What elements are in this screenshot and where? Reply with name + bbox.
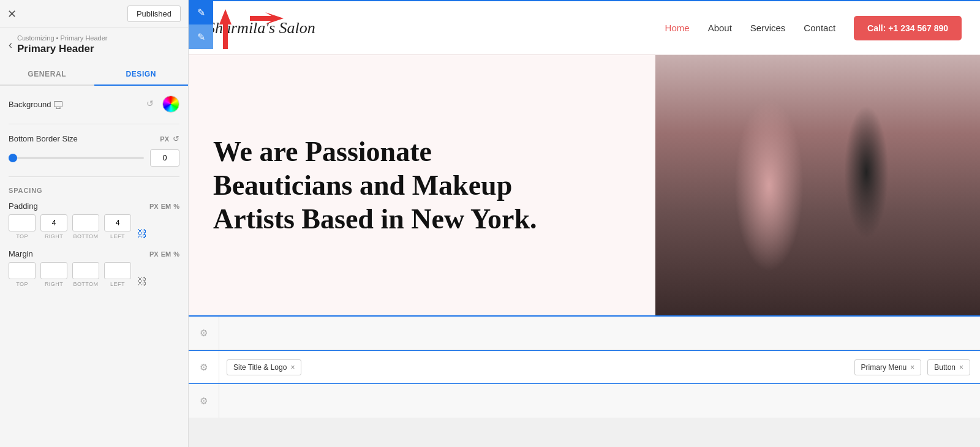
padding-inputs: TOP 4 RIGHT BOTTOM 4 LEFT ⛓	[9, 214, 179, 239]
left-panel: ✕ Published ‹ Customizing • Primary Head…	[0, 0, 189, 447]
margin-left-label: LEFT	[110, 281, 125, 287]
button-block-remove[interactable]: ×	[959, 364, 963, 371]
svg-point-6	[864, 74, 926, 143]
margin-percent-btn[interactable]: %	[173, 250, 179, 258]
border-slider[interactable]	[9, 157, 144, 159]
site-title-logo-block[interactable]: Site Title & Logo ×	[227, 359, 301, 375]
padding-top-label: TOP	[16, 233, 28, 239]
padding-top-cell: TOP	[9, 214, 36, 239]
row-2-right-content: Primary Menu × Button ×	[602, 359, 980, 375]
svg-rect-2	[655, 55, 980, 315]
builder-row-2: ⚙ Site Title & Logo × Primary Menu × But…	[189, 350, 980, 384]
padding-unit-group: PX EM %	[149, 203, 179, 210]
builder-row-3: ⚙	[189, 384, 980, 418]
nav-about[interactable]: About	[708, 23, 732, 33]
primary-menu-remove[interactable]: ×	[910, 364, 914, 371]
divider-1	[9, 124, 179, 124]
padding-bottom-label: BOTTOM	[73, 233, 98, 239]
tab-design[interactable]: DESIGN	[94, 64, 189, 86]
site-title-logo-remove[interactable]: ×	[290, 364, 295, 371]
button-block-label: Button	[934, 363, 956, 372]
margin-bottom-label: BOTTOM	[73, 281, 98, 287]
hero-heading: We are Passionate Beauticians and Makeup…	[213, 135, 568, 236]
monitor-icon	[54, 101, 62, 107]
padding-em-btn[interactable]: EM	[161, 203, 172, 210]
margin-left-input[interactable]	[104, 262, 131, 279]
margin-top-label: TOP	[16, 281, 28, 287]
site-logo: Sharmila's Salon	[207, 19, 315, 37]
padding-right-cell: 4 RIGHT	[40, 214, 67, 239]
builder-area: ⚙ ⚙ Site Title & Logo × Primary Menu ×	[189, 315, 980, 447]
margin-top-cell: TOP	[9, 262, 36, 287]
svg-point-4	[712, 75, 777, 149]
background-label: Background	[9, 100, 62, 109]
hero-image	[655, 55, 980, 315]
margin-unit-group: PX EM %	[149, 250, 179, 258]
margin-em-btn[interactable]: EM	[161, 250, 172, 258]
margin-px-btn[interactable]: PX	[149, 250, 159, 258]
published-button[interactable]: Published	[127, 6, 181, 22]
close-button[interactable]: ✕	[7, 9, 17, 20]
site-nav: Home About Services Contact Call: +1 234…	[665, 16, 962, 40]
padding-link-icon[interactable]: ⛓	[137, 228, 147, 239]
nav-contact[interactable]: Contact	[804, 23, 835, 33]
right-area: ✎ ✎ Sharmila's Salon Home About Services…	[189, 0, 980, 447]
border-size-row: Bottom Border Size PX ↺	[9, 134, 179, 143]
page-title: Primary Header	[17, 43, 108, 55]
margin-top-input[interactable]	[9, 262, 36, 279]
svg-point-8	[807, 138, 869, 233]
padding-left-input[interactable]: 4	[104, 214, 131, 231]
hero-text: We are Passionate Beauticians and Makeup…	[189, 55, 655, 315]
padding-bottom-cell: BOTTOM	[72, 214, 99, 239]
padding-left-cell: 4 LEFT	[104, 214, 131, 239]
divider-2	[9, 176, 179, 177]
border-size-label: Bottom Border Size	[9, 134, 78, 143]
row-3-gear[interactable]: ⚙	[189, 384, 219, 418]
margin-link-icon[interactable]: ⛓	[137, 276, 147, 287]
margin-row: Margin PX EM %	[9, 249, 179, 258]
site-title-logo-label: Site Title & Logo	[233, 363, 287, 372]
nav-services[interactable]: Services	[750, 23, 786, 33]
site-header: Sharmila's Salon Home About Services Con…	[189, 0, 980, 55]
unit-px-button[interactable]: PX	[160, 135, 169, 143]
button-block[interactable]: Button ×	[927, 359, 970, 375]
hero-image-svg	[655, 55, 980, 315]
row-1-gear[interactable]: ⚙	[189, 317, 219, 350]
margin-right-input[interactable]	[40, 262, 67, 279]
breadcrumb-path: Customizing • Primary Header	[17, 34, 108, 42]
pencil-edit-button[interactable]: ✎	[189, 0, 213, 24]
border-slider-row: 0	[9, 149, 179, 167]
primary-menu-label: Primary Menu	[861, 363, 907, 372]
back-button[interactable]: ‹	[9, 39, 12, 51]
padding-top-input[interactable]	[9, 214, 36, 231]
nav-home[interactable]: Home	[665, 23, 690, 33]
border-value-input[interactable]: 0	[150, 149, 179, 167]
padding-label: Padding	[9, 201, 41, 211]
margin-inputs: TOP RIGHT BOTTOM LEFT ⛓	[9, 262, 179, 287]
padding-right-input[interactable]: 4	[40, 214, 67, 231]
hero-section: We are Passionate Beauticians and Makeup…	[189, 55, 980, 315]
pencil-secondary-button[interactable]: ✎	[189, 24, 213, 49]
margin-right-label: RIGHT	[45, 281, 63, 287]
reset-icon[interactable]: ↺	[146, 99, 157, 110]
padding-percent-btn[interactable]: %	[173, 203, 179, 210]
margin-bottom-input[interactable]	[72, 262, 99, 279]
margin-right-cell: RIGHT	[40, 262, 67, 287]
tabs: GENERAL DESIGN	[0, 64, 188, 86]
padding-px-btn[interactable]: PX	[149, 203, 159, 210]
cta-button[interactable]: Call: +1 234 567 890	[854, 16, 962, 40]
breadcrumb-area: ‹ Customizing • Primary Header Primary H…	[0, 28, 188, 59]
primary-menu-block[interactable]: Primary Menu ×	[854, 359, 922, 375]
color-swatch[interactable]	[162, 96, 179, 113]
padding-bottom-input[interactable]	[72, 214, 99, 231]
svg-rect-3	[655, 55, 980, 315]
site-preview: Sharmila's Salon Home About Services Con…	[189, 0, 980, 315]
padding-row: Padding PX EM %	[9, 201, 179, 211]
padding-left-label: LEFT	[110, 233, 125, 239]
border-reset-icon[interactable]: ↺	[173, 134, 179, 143]
border-unit-group: PX ↺	[160, 134, 179, 143]
tab-general[interactable]: GENERAL	[0, 64, 94, 85]
background-field-row: Background ↺	[9, 96, 179, 113]
padding-right-label: RIGHT	[45, 233, 63, 239]
row-2-gear[interactable]: ⚙	[189, 351, 219, 383]
